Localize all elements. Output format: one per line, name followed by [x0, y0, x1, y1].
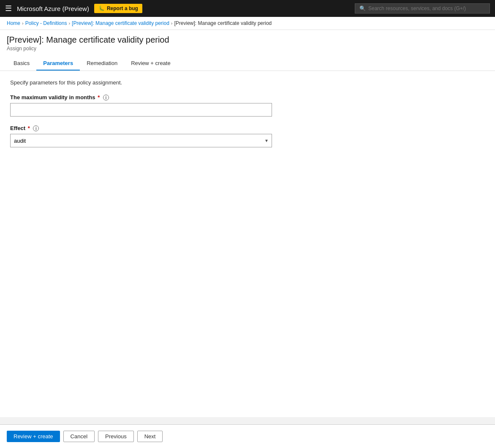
- page-header: [Preview]: Manage certificate validity p…: [0, 30, 495, 71]
- search-input[interactable]: [368, 5, 485, 11]
- effect-group: Effect * i audit deny disabled ▾: [10, 125, 485, 147]
- breadcrumb-sep-2: ›: [68, 21, 70, 26]
- max-validity-group: The maximum validity in months * i: [10, 94, 485, 117]
- page-title: [Preview]: Manage certificate validity p…: [7, 35, 488, 45]
- app-title: Microsoft Azure (Preview): [17, 5, 89, 12]
- main-content: Specify parameters for this policy assig…: [0, 71, 495, 417]
- max-validity-input[interactable]: [10, 103, 272, 117]
- next-button[interactable]: Next: [137, 431, 163, 439]
- breadcrumb: Home › Policy - Definitions › [Preview]:…: [0, 17, 495, 30]
- required-star-effect: *: [28, 125, 30, 131]
- previous-button[interactable]: Previous: [98, 431, 134, 439]
- breadcrumb-sep-1: ›: [22, 21, 24, 26]
- breadcrumb-home[interactable]: Home: [7, 20, 20, 26]
- review-create-button[interactable]: Review + create: [7, 431, 60, 439]
- required-star-validity: *: [98, 94, 100, 100]
- page-subtitle: Assign policy: [7, 46, 488, 52]
- info-icon-effect[interactable]: i: [33, 125, 39, 131]
- info-icon-validity[interactable]: i: [103, 95, 109, 100]
- report-bug-button[interactable]: 🐛 Report a bug: [94, 4, 142, 13]
- cancel-button[interactable]: Cancel: [63, 431, 95, 439]
- breadcrumb-policy-definitions[interactable]: Policy - Definitions: [25, 20, 67, 26]
- search-box[interactable]: 🔍: [355, 3, 490, 14]
- effect-label: Effect * i: [10, 125, 485, 131]
- breadcrumb-sep-3: ›: [171, 21, 173, 26]
- tab-basics[interactable]: Basics: [7, 57, 36, 71]
- effect-select-wrapper: audit deny disabled ▾: [10, 134, 272, 147]
- tab-review-create[interactable]: Review + create: [124, 57, 177, 71]
- tab-remediation[interactable]: Remediation: [80, 57, 124, 71]
- topbar: ☰ Microsoft Azure (Preview) 🐛 Report a b…: [0, 0, 495, 17]
- hamburger-menu-icon[interactable]: ☰: [5, 4, 12, 13]
- bug-icon: 🐛: [98, 5, 105, 11]
- footer: Review + create Cancel Previous Next: [0, 424, 495, 439]
- section-description: Specify parameters for this policy assig…: [10, 79, 485, 86]
- tab-parameters[interactable]: Parameters: [36, 57, 80, 71]
- max-validity-label: The maximum validity in months * i: [10, 94, 485, 100]
- tab-nav: Basics Parameters Remediation Review + c…: [7, 57, 488, 71]
- breadcrumb-current: [Preview]: Manage certificate validity p…: [174, 20, 272, 26]
- effect-select[interactable]: audit deny disabled: [10, 134, 272, 147]
- search-icon: 🔍: [359, 5, 366, 11]
- breadcrumb-manage-cert[interactable]: [Preview]: Manage certificate validity p…: [72, 20, 169, 26]
